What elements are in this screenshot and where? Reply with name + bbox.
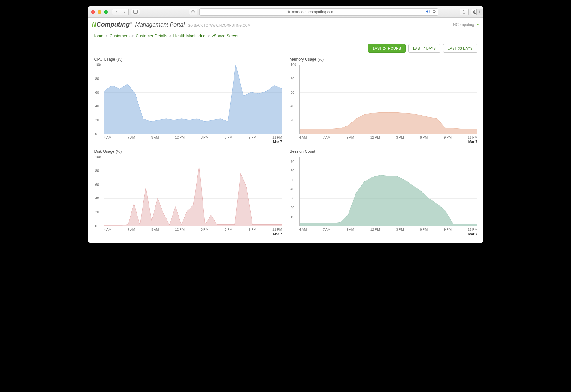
crumb-home[interactable]: Home (93, 33, 104, 38)
go-back-link[interactable]: GO BACK TO WWW.NCOMPUTING.COM (188, 24, 250, 27)
x-tick: 12 PM (370, 228, 380, 231)
page-title: Management Portal (135, 21, 185, 28)
y-tick: 0 (291, 132, 293, 136)
x-tick: 7 AM (323, 135, 331, 139)
account-dropdown[interactable]: NComputing (453, 22, 479, 27)
crumb-sep: > (131, 33, 134, 38)
chart-date-label: Mar 7 (299, 232, 477, 236)
crumb-customers[interactable]: Customers (110, 33, 130, 38)
x-tick: 12 PM (370, 135, 380, 139)
x-tick: 9 AM (347, 228, 354, 231)
y-tick: 70 (291, 160, 295, 163)
chevron-down-icon (476, 24, 479, 25)
chart-plot-area[interactable]: 010203040506070 (299, 157, 477, 226)
y-tick: 50 (291, 178, 295, 182)
x-tick: 11 PM (272, 228, 282, 231)
reader-button[interactable] (189, 9, 197, 15)
x-tick: 12 PM (175, 228, 185, 231)
y-tick: 40 (95, 196, 99, 200)
y-tick: 0 (95, 132, 97, 136)
chart-date-label: Mar 7 (299, 140, 477, 144)
y-tick: 60 (95, 183, 99, 187)
window-zoom-button[interactable] (104, 10, 108, 14)
breadcrumb: Home > Customers > Customer Details > He… (88, 31, 483, 43)
x-axis: 4 AM7 AM9 AM12 PM3 PM6 PM9 PM11 PM (299, 226, 477, 231)
chart-disk: Disk Usage (%)0204060801004 AM7 AM9 AM12… (94, 149, 282, 235)
charts-grid: CPU Usage (%)0204060801004 AM7 AM9 AM12 … (88, 56, 483, 243)
browser-toolbar: ‹ › manage.ncomputing.com (88, 6, 483, 18)
x-tick: 3 PM (201, 228, 209, 231)
chart-title: Disk Usage (%) (94, 149, 282, 154)
x-tick: 9 AM (347, 135, 354, 139)
x-axis: 4 AM7 AM9 AM12 PM3 PM6 PM9 PM11 PM (299, 134, 477, 139)
y-tick: 80 (291, 77, 295, 80)
brand-logo: NComputing® (92, 21, 132, 28)
x-tick: 4 AM (104, 135, 112, 139)
filter-last-24-hours[interactable]: LAST 24 HOURS (368, 44, 406, 53)
x-tick: 6 PM (420, 135, 428, 139)
crumb-health-monitoring[interactable]: Health Monitoring (173, 33, 206, 38)
crumb-customer-details[interactable]: Customer Details (136, 33, 167, 38)
x-tick: 7 AM (128, 228, 135, 231)
x-tick: 11 PM (468, 135, 477, 139)
forward-button[interactable]: › (120, 9, 129, 15)
x-tick: 6 PM (420, 228, 428, 231)
x-tick: 7 AM (323, 228, 331, 231)
back-button[interactable]: ‹ (112, 9, 120, 15)
svg-rect-4 (288, 11, 290, 13)
y-tick: 100 (291, 63, 296, 67)
audio-icon[interactable] (426, 10, 430, 14)
address-bar[interactable]: manage.ncomputing.com (199, 8, 438, 16)
filter-last-7-days[interactable]: LAST 7 DAYS (408, 44, 440, 53)
y-tick: 100 (95, 155, 101, 159)
account-name: NComputing (453, 22, 474, 27)
window-close-button[interactable] (91, 10, 95, 14)
y-tick: 40 (95, 104, 99, 108)
x-tick: 6 PM (225, 135, 233, 139)
y-tick: 0 (95, 224, 97, 228)
chart-sessions: Session Count0102030405060704 AM7 AM9 AM… (289, 149, 477, 235)
chart-title: Session Count (290, 149, 477, 154)
y-tick: 30 (291, 196, 295, 200)
x-tick: 9 AM (151, 228, 159, 231)
window-minimize-button[interactable] (98, 10, 101, 14)
y-tick: 0 (291, 224, 293, 228)
x-tick: 6 PM (225, 228, 233, 231)
filter-last-30-days[interactable]: LAST 30 DAYS (443, 44, 477, 53)
x-tick: 4 AM (104, 228, 112, 231)
time-range-filters: LAST 24 HOURS LAST 7 DAYS LAST 30 DAYS (88, 43, 483, 56)
x-tick: 3 PM (396, 228, 404, 231)
x-tick: 9 PM (248, 228, 256, 231)
x-tick: 4 AM (299, 135, 307, 139)
x-tick: 7 AM (128, 135, 135, 139)
reload-icon[interactable] (432, 9, 436, 14)
crumb-current: vSpace Server (212, 33, 239, 38)
x-tick: 3 PM (396, 135, 404, 139)
x-tick: 11 PM (272, 135, 282, 139)
chart-title: Memory Usage (%) (290, 57, 477, 62)
x-tick: 3 PM (201, 135, 209, 139)
crumb-sep: > (207, 33, 210, 38)
chart-plot-area[interactable]: 020406080100 (104, 157, 282, 226)
y-tick: 80 (95, 169, 99, 173)
y-tick: 10 (291, 215, 295, 219)
y-tick: 20 (95, 118, 99, 122)
x-tick: 4 AM (299, 228, 307, 231)
x-tick: 9 PM (444, 135, 452, 139)
x-tick: 9 AM (151, 135, 159, 139)
chart-cpu: CPU Usage (%)0204060801004 AM7 AM9 AM12 … (94, 57, 282, 142)
crumb-sep: > (105, 33, 108, 38)
share-button[interactable] (460, 9, 469, 15)
x-tick: 9 PM (248, 135, 256, 139)
y-tick: 40 (291, 187, 295, 191)
nav-buttons: ‹ › (112, 9, 129, 15)
sidebar-toggle-button[interactable] (131, 9, 140, 15)
chart-memory: Memory Usage (%)0204060801004 AM7 AM9 AM… (289, 57, 477, 142)
new-tab-button[interactable]: + (476, 9, 483, 15)
chart-plot-area[interactable]: 020406080100 (299, 65, 477, 134)
y-tick: 60 (291, 169, 295, 173)
portal-header: NComputing® Management Portal GO BACK TO… (88, 18, 483, 31)
y-tick: 20 (95, 210, 99, 214)
y-tick: 100 (95, 63, 101, 67)
chart-plot-area[interactable]: 020406080100 (104, 65, 282, 134)
